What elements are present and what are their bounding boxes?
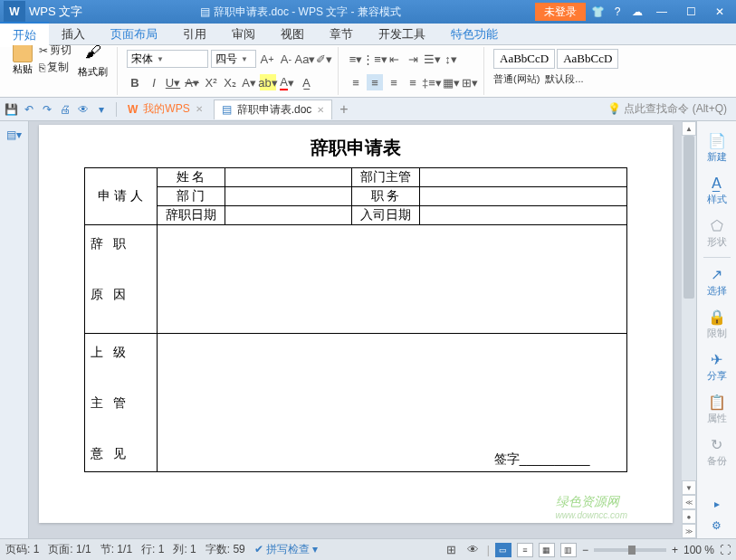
text-direction-button[interactable]: ☰▾ bbox=[424, 51, 440, 67]
cut-button[interactable]: ✂剪切 bbox=[39, 45, 72, 58]
fullscreen-icon[interactable]: ⛶ bbox=[720, 544, 731, 556]
tab-chapter[interactable]: 章节 bbox=[317, 23, 366, 46]
navigation-pane-icon[interactable]: ▤▾ bbox=[5, 127, 24, 143]
rp-collapse-icon[interactable]: ▸ bbox=[704, 495, 730, 513]
font-family-dropdown[interactable]: 宋体▼ bbox=[127, 50, 208, 68]
add-tab-button[interactable]: + bbox=[332, 101, 355, 118]
status-words[interactable]: 字数: 59 bbox=[206, 542, 245, 557]
rp-restrict[interactable]: 🔒限制 bbox=[699, 303, 735, 346]
status-spellcheck[interactable]: ✔ 拼写检查 ▾ bbox=[254, 542, 319, 557]
indent-inc-button[interactable]: ⇥ bbox=[405, 51, 421, 67]
scrollbar-thumb[interactable] bbox=[683, 136, 694, 299]
italic-button[interactable]: I bbox=[146, 74, 162, 90]
underline-button[interactable]: U▾ bbox=[165, 74, 181, 90]
print-preview-icon[interactable]: 👁 bbox=[76, 102, 91, 117]
qat-more-icon[interactable]: ▾ bbox=[94, 102, 109, 117]
select-browse-icon[interactable]: ● bbox=[682, 509, 696, 524]
field-name[interactable] bbox=[225, 168, 351, 187]
field-dept[interactable] bbox=[225, 187, 351, 206]
field-reason[interactable] bbox=[157, 225, 626, 334]
tab-start[interactable]: 开始 bbox=[0, 22, 49, 47]
minimize-button[interactable]: — bbox=[651, 3, 673, 21]
rp-settings-icon[interactable]: ⚙ bbox=[704, 517, 730, 535]
next-page-icon[interactable]: ≫ bbox=[682, 524, 696, 538]
phonetic-button[interactable]: A̲ bbox=[298, 74, 314, 90]
rp-shapes[interactable]: ⬠形状 bbox=[699, 212, 735, 254]
shading-button[interactable]: ▦▾ bbox=[443, 74, 459, 90]
subscript-button[interactable]: X₂ bbox=[222, 74, 238, 90]
tab-view[interactable]: 视图 bbox=[268, 23, 317, 46]
font-size-dropdown[interactable]: 四号▼ bbox=[211, 50, 256, 68]
indent-dec-button[interactable]: ⇤ bbox=[386, 51, 402, 67]
zoom-in-button[interactable]: + bbox=[672, 544, 678, 556]
align-center-button[interactable]: ≡ bbox=[367, 74, 383, 90]
status-page[interactable]: 页面: 1/1 bbox=[48, 542, 91, 557]
status-line[interactable]: 行: 1 bbox=[141, 542, 164, 557]
scroll-up-icon[interactable]: ▲ bbox=[682, 121, 696, 136]
field-position[interactable] bbox=[419, 187, 626, 206]
info-icon[interactable]: ? bbox=[611, 5, 624, 18]
line-spacing-button[interactable]: ‡≡▾ bbox=[424, 74, 440, 90]
prev-page-icon[interactable]: ≪ bbox=[682, 495, 696, 509]
align-justify-button[interactable]: ≡ bbox=[405, 74, 421, 90]
style-name-1[interactable]: 普通(网站) bbox=[493, 72, 540, 86]
document-area[interactable]: 辞职申请表 申 请 人 姓 名 部门主管 部 门 职 务 辞职日期 bbox=[29, 121, 682, 538]
copy-button[interactable]: ⎘复制 bbox=[39, 60, 72, 75]
font-color-button[interactable]: A▾ bbox=[279, 74, 295, 90]
tab-devtools[interactable]: 开发工具 bbox=[366, 23, 438, 46]
eye-care-icon[interactable]: 👁 bbox=[465, 542, 482, 558]
strike-button[interactable]: A▾ bbox=[184, 74, 200, 90]
feedback-icon[interactable]: ☁ bbox=[631, 5, 644, 18]
superscript-button[interactable]: X² bbox=[203, 74, 219, 90]
close-button[interactable]: ✕ bbox=[709, 3, 731, 21]
zoom-slider[interactable] bbox=[594, 548, 666, 552]
change-case-icon[interactable]: Aa▾ bbox=[297, 51, 313, 67]
font-effect-button[interactable]: A▾ bbox=[241, 74, 257, 90]
tab-reference[interactable]: 引用 bbox=[170, 23, 219, 46]
format-painter-button[interactable]: 🖌 格式刷 bbox=[74, 45, 111, 82]
field-join-date[interactable] bbox=[419, 206, 626, 225]
field-dept-head[interactable] bbox=[419, 168, 626, 187]
field-opinion[interactable]: 签字__________ bbox=[157, 334, 626, 472]
tab-review[interactable]: 审阅 bbox=[219, 23, 268, 46]
rp-select[interactable]: ↗选择 bbox=[699, 261, 735, 303]
status-page-num[interactable]: 页码: 1 bbox=[5, 542, 39, 557]
rp-properties[interactable]: 📋属性 bbox=[699, 388, 735, 431]
shrink-font-icon[interactable]: A- bbox=[278, 51, 294, 67]
vertical-scrollbar[interactable]: ▲ ▼ ≪ ● ≫ bbox=[682, 121, 696, 538]
bold-button[interactable]: B bbox=[127, 74, 143, 90]
view-outline[interactable]: ≡ bbox=[517, 543, 533, 557]
paste-button[interactable]: 粘贴 bbox=[9, 45, 36, 82]
style-preview-2[interactable]: AaBbCcD bbox=[557, 49, 618, 69]
tab-document[interactable]: ▤ 辞职申请表.doc ✕ bbox=[214, 100, 333, 119]
highlight-button[interactable]: ab▾ bbox=[260, 74, 276, 90]
rp-styles[interactable]: A̲样式 bbox=[699, 169, 735, 212]
find-command-hint[interactable]: 💡 点此查找命令 (Alt+Q) bbox=[607, 101, 727, 117]
view-web[interactable]: ▦ bbox=[539, 543, 555, 557]
style-preview-1[interactable]: AaBbCcD bbox=[493, 49, 555, 69]
tab-special[interactable]: 特色功能 bbox=[438, 23, 511, 46]
view-reading[interactable]: ▥ bbox=[560, 543, 577, 557]
zoom-value[interactable]: 100 % bbox=[683, 544, 714, 556]
tab-insert[interactable]: 插入 bbox=[49, 23, 98, 46]
align-right-button[interactable]: ≡ bbox=[386, 74, 402, 90]
login-button[interactable]: 未登录 bbox=[535, 3, 586, 21]
undo-icon[interactable]: ↶ bbox=[22, 102, 36, 117]
numbering-button[interactable]: ⋮≡▾ bbox=[367, 51, 383, 67]
close-icon[interactable]: ✕ bbox=[317, 105, 324, 115]
clear-format-icon[interactable]: ✐▾ bbox=[316, 51, 332, 67]
doc-map-icon[interactable]: ⊞ bbox=[444, 542, 460, 558]
shirt-icon[interactable]: 👕 bbox=[591, 5, 604, 18]
borders-button[interactable]: ⊞▾ bbox=[462, 74, 478, 90]
tab-pagelayout[interactable]: 页面布局 bbox=[98, 23, 170, 46]
status-section[interactable]: 节: 1/1 bbox=[100, 542, 132, 557]
grow-font-icon[interactable]: A+ bbox=[259, 51, 275, 67]
rp-new[interactable]: 📄新建 bbox=[699, 127, 735, 169]
style-name-2[interactable]: 默认段... bbox=[545, 72, 583, 86]
align-left-button[interactable]: ≡ bbox=[348, 74, 364, 90]
view-print-layout[interactable]: ▭ bbox=[495, 543, 511, 557]
tab-mywps[interactable]: W 我的WPS ✕ bbox=[120, 100, 210, 119]
close-icon[interactable]: ✕ bbox=[196, 104, 203, 114]
rp-share[interactable]: ✈分享 bbox=[699, 346, 735, 388]
print-icon[interactable]: 🖨 bbox=[58, 102, 72, 117]
